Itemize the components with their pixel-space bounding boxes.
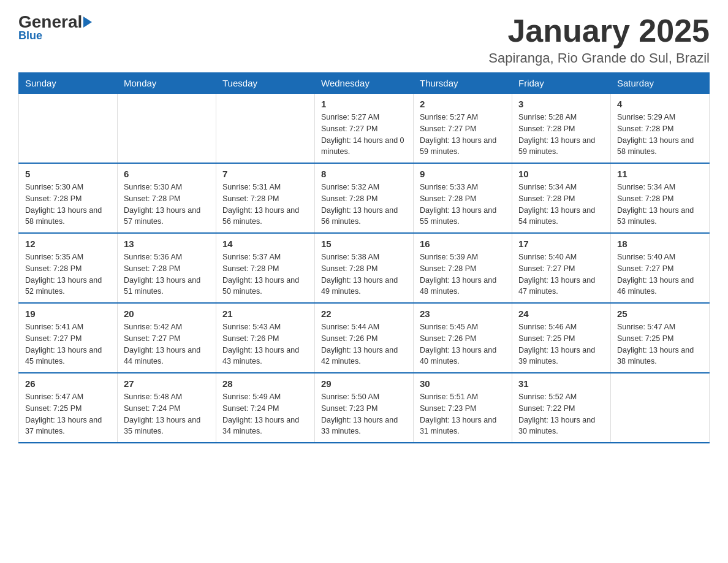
day-info: Sunrise: 5:31 AMSunset: 7:28 PMDaylight:… <box>222 182 308 228</box>
day-info: Sunrise: 5:41 AMSunset: 7:27 PMDaylight:… <box>25 321 111 367</box>
day-number: 3 <box>518 99 604 109</box>
day-info: Sunrise: 5:40 AMSunset: 7:27 PMDaylight:… <box>518 251 604 297</box>
day-cell: 13Sunrise: 5:36 AMSunset: 7:28 PMDayligh… <box>118 233 216 303</box>
day-number: 12 <box>25 239 111 249</box>
day-cell: 17Sunrise: 5:40 AMSunset: 7:27 PMDayligh… <box>512 233 611 303</box>
day-cell: 8Sunrise: 5:32 AMSunset: 7:28 PMDaylight… <box>315 163 414 233</box>
day-number: 20 <box>124 308 210 319</box>
day-number: 27 <box>124 378 210 389</box>
day-cell: 3Sunrise: 5:28 AMSunset: 7:28 PMDaylight… <box>512 94 611 164</box>
day-cell: 23Sunrise: 5:45 AMSunset: 7:26 PMDayligh… <box>414 303 512 373</box>
day-info: Sunrise: 5:48 AMSunset: 7:24 PMDaylight:… <box>124 391 210 437</box>
day-number: 11 <box>617 169 703 179</box>
logo-arrow-icon <box>83 17 92 28</box>
day-number: 30 <box>420 378 506 389</box>
day-cell: 11Sunrise: 5:34 AMSunset: 7:28 PMDayligh… <box>611 163 710 233</box>
day-number: 14 <box>222 239 308 249</box>
day-info: Sunrise: 5:28 AMSunset: 7:28 PMDaylight:… <box>518 112 604 158</box>
day-info: Sunrise: 5:37 AMSunset: 7:28 PMDaylight:… <box>222 251 308 297</box>
day-cell: 25Sunrise: 5:47 AMSunset: 7:25 PMDayligh… <box>611 303 710 373</box>
day-number: 22 <box>321 308 407 319</box>
day-number: 16 <box>420 239 506 249</box>
day-cell <box>611 373 710 443</box>
calendar-title: January 2025 <box>488 12 710 49</box>
day-cell: 6Sunrise: 5:30 AMSunset: 7:28 PMDaylight… <box>118 163 216 233</box>
day-number: 17 <box>518 239 604 249</box>
day-number: 31 <box>518 378 604 389</box>
day-cell: 1Sunrise: 5:27 AMSunset: 7:27 PMDaylight… <box>315 94 414 164</box>
day-number: 2 <box>420 99 506 109</box>
day-cell: 15Sunrise: 5:38 AMSunset: 7:28 PMDayligh… <box>315 233 414 303</box>
day-number: 24 <box>518 308 604 319</box>
day-info: Sunrise: 5:45 AMSunset: 7:26 PMDaylight:… <box>420 321 506 367</box>
day-info: Sunrise: 5:36 AMSunset: 7:28 PMDaylight:… <box>124 251 210 297</box>
week-row-5: 26Sunrise: 5:47 AMSunset: 7:25 PMDayligh… <box>19 373 710 443</box>
header-tuesday: Tuesday <box>216 73 315 94</box>
header-sunday: Sunday <box>19 73 118 94</box>
day-cell <box>216 94 315 164</box>
day-cell: 24Sunrise: 5:46 AMSunset: 7:25 PMDayligh… <box>512 303 611 373</box>
day-info: Sunrise: 5:42 AMSunset: 7:27 PMDaylight:… <box>124 321 210 367</box>
day-number: 23 <box>420 308 506 319</box>
day-number: 13 <box>124 239 210 249</box>
day-number: 25 <box>617 308 703 319</box>
day-info: Sunrise: 5:27 AMSunset: 7:27 PMDaylight:… <box>321 112 407 158</box>
day-number: 28 <box>222 378 308 389</box>
day-info: Sunrise: 5:47 AMSunset: 7:25 PMDaylight:… <box>617 321 703 367</box>
header-wednesday: Wednesday <box>315 73 414 94</box>
logo-area: General Blue <box>18 12 93 42</box>
day-info: Sunrise: 5:29 AMSunset: 7:28 PMDaylight:… <box>617 112 703 158</box>
day-number: 10 <box>518 169 604 179</box>
day-info: Sunrise: 5:49 AMSunset: 7:24 PMDaylight:… <box>222 391 308 437</box>
day-number: 1 <box>321 99 407 109</box>
day-cell: 2Sunrise: 5:27 AMSunset: 7:27 PMDaylight… <box>414 94 512 164</box>
day-cell: 7Sunrise: 5:31 AMSunset: 7:28 PMDaylight… <box>216 163 315 233</box>
day-info: Sunrise: 5:30 AMSunset: 7:28 PMDaylight:… <box>124 182 210 228</box>
day-cell: 26Sunrise: 5:47 AMSunset: 7:25 PMDayligh… <box>19 373 118 443</box>
day-info: Sunrise: 5:43 AMSunset: 7:26 PMDaylight:… <box>222 321 308 367</box>
day-info: Sunrise: 5:39 AMSunset: 7:28 PMDaylight:… <box>420 251 506 297</box>
day-info: Sunrise: 5:47 AMSunset: 7:25 PMDaylight:… <box>25 391 111 437</box>
header-friday: Friday <box>512 73 611 94</box>
week-row-1: 1Sunrise: 5:27 AMSunset: 7:27 PMDaylight… <box>19 94 710 164</box>
day-info: Sunrise: 5:46 AMSunset: 7:25 PMDaylight:… <box>518 321 604 367</box>
day-info: Sunrise: 5:35 AMSunset: 7:28 PMDaylight:… <box>25 251 111 297</box>
day-number: 6 <box>124 169 210 179</box>
day-info: Sunrise: 5:50 AMSunset: 7:23 PMDaylight:… <box>321 391 407 437</box>
calendar-header: SundayMondayTuesdayWednesdayThursdayFrid… <box>19 73 710 94</box>
day-cell <box>118 94 216 164</box>
header-row: SundayMondayTuesdayWednesdayThursdayFrid… <box>19 73 710 94</box>
header-monday: Monday <box>118 73 216 94</box>
day-cell: 27Sunrise: 5:48 AMSunset: 7:24 PMDayligh… <box>118 373 216 443</box>
header: General Blue January 2025 Sapiranga, Rio… <box>18 12 710 66</box>
day-info: Sunrise: 5:34 AMSunset: 7:28 PMDaylight:… <box>518 182 604 228</box>
day-cell: 10Sunrise: 5:34 AMSunset: 7:28 PMDayligh… <box>512 163 611 233</box>
day-cell: 29Sunrise: 5:50 AMSunset: 7:23 PMDayligh… <box>315 373 414 443</box>
day-cell: 21Sunrise: 5:43 AMSunset: 7:26 PMDayligh… <box>216 303 315 373</box>
day-number: 4 <box>617 99 703 109</box>
day-number: 8 <box>321 169 407 179</box>
calendar-subtitle: Sapiranga, Rio Grande do Sul, Brazil <box>488 50 710 66</box>
day-number: 21 <box>222 308 308 319</box>
day-info: Sunrise: 5:52 AMSunset: 7:22 PMDaylight:… <box>518 391 604 437</box>
header-saturday: Saturday <box>611 73 710 94</box>
day-number: 18 <box>617 239 703 249</box>
day-cell: 4Sunrise: 5:29 AMSunset: 7:28 PMDaylight… <box>611 94 710 164</box>
week-row-2: 5Sunrise: 5:30 AMSunset: 7:28 PMDaylight… <box>19 163 710 233</box>
day-cell: 14Sunrise: 5:37 AMSunset: 7:28 PMDayligh… <box>216 233 315 303</box>
day-cell: 19Sunrise: 5:41 AMSunset: 7:27 PMDayligh… <box>19 303 118 373</box>
day-info: Sunrise: 5:51 AMSunset: 7:23 PMDaylight:… <box>420 391 506 437</box>
day-number: 9 <box>420 169 506 179</box>
day-cell: 12Sunrise: 5:35 AMSunset: 7:28 PMDayligh… <box>19 233 118 303</box>
day-cell <box>19 94 118 164</box>
day-number: 5 <box>25 169 111 179</box>
day-info: Sunrise: 5:34 AMSunset: 7:28 PMDaylight:… <box>617 182 703 228</box>
day-cell: 18Sunrise: 5:40 AMSunset: 7:27 PMDayligh… <box>611 233 710 303</box>
day-cell: 30Sunrise: 5:51 AMSunset: 7:23 PMDayligh… <box>414 373 512 443</box>
day-info: Sunrise: 5:40 AMSunset: 7:27 PMDaylight:… <box>617 251 703 297</box>
day-info: Sunrise: 5:27 AMSunset: 7:27 PMDaylight:… <box>420 112 506 158</box>
day-cell: 22Sunrise: 5:44 AMSunset: 7:26 PMDayligh… <box>315 303 414 373</box>
day-number: 29 <box>321 378 407 389</box>
day-cell: 16Sunrise: 5:39 AMSunset: 7:28 PMDayligh… <box>414 233 512 303</box>
calendar-body: 1Sunrise: 5:27 AMSunset: 7:27 PMDaylight… <box>19 94 710 443</box>
